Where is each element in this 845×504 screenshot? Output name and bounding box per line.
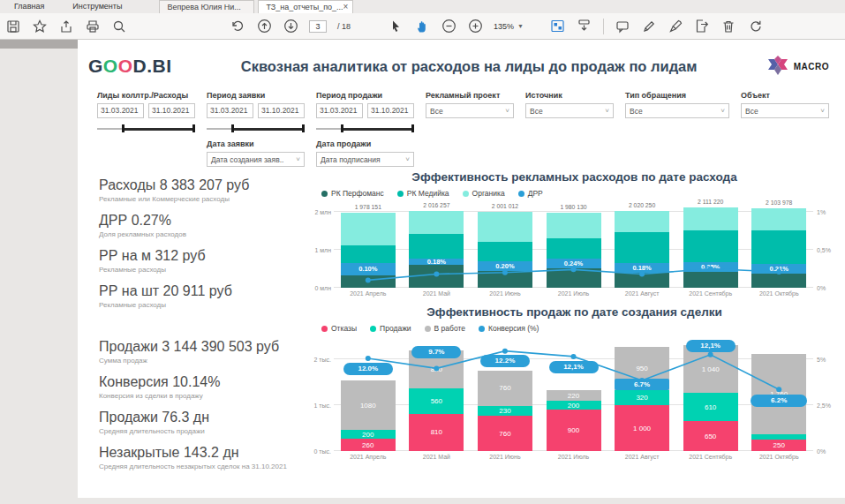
comment-icon[interactable] xyxy=(615,19,630,34)
stacked-bar[interactable]: 0.18% xyxy=(615,211,669,288)
search-icon[interactable] xyxy=(111,19,127,34)
stacked-bar[interactable]: 810560830 xyxy=(409,350,464,451)
legend-item[interactable]: Отказы xyxy=(321,324,357,333)
date-from-input[interactable]: 31.03.2021 xyxy=(97,103,144,118)
bar-segment[interactable]: 650 xyxy=(683,421,738,451)
zoom-out-icon[interactable] xyxy=(441,19,456,34)
bar-segment[interactable]: 560 xyxy=(409,388,464,414)
sale-date-select[interactable]: Дата подписания ˅ xyxy=(316,152,414,167)
page-display-icon[interactable] xyxy=(577,19,592,34)
highlight-icon[interactable] xyxy=(641,19,657,34)
trash-icon[interactable] xyxy=(721,19,736,34)
sidebar-handle[interactable] xyxy=(0,40,78,49)
bar-segment[interactable]: 900 xyxy=(547,410,601,451)
stacked-bar[interactable]: 760230760 xyxy=(478,371,532,451)
bar-segment[interactable]: 0.10% xyxy=(341,263,396,275)
ad-project-select[interactable]: Все ˅ xyxy=(426,103,514,118)
export-icon[interactable] xyxy=(694,19,710,34)
legend-item[interactable]: РК Перфоманс xyxy=(321,189,384,198)
date-from-input[interactable]: 31.03.2021 xyxy=(316,103,363,118)
stacked-bar[interactable]: 900200220 xyxy=(547,390,601,451)
bar-segment[interactable] xyxy=(478,242,532,261)
date-to-input[interactable]: 31.10.2021 xyxy=(148,103,195,118)
bar-segment[interactable] xyxy=(341,275,396,288)
page-number-input[interactable]: 3 xyxy=(309,20,327,33)
bar-segment[interactable] xyxy=(341,213,396,245)
bar-segment[interactable]: 250 xyxy=(751,440,806,451)
stacked-bar[interactable]: 6506101 040 xyxy=(683,345,738,451)
bar-segment[interactable]: 320 xyxy=(615,390,669,405)
bar-segment[interactable] xyxy=(683,230,738,262)
bar-segment[interactable] xyxy=(751,208,806,230)
share-icon[interactable] xyxy=(58,19,74,34)
date-range-slider[interactable] xyxy=(207,124,305,132)
bar-segment[interactable] xyxy=(341,245,396,263)
print-icon[interactable] xyxy=(85,19,101,34)
bar-segment[interactable]: 230 xyxy=(478,406,532,417)
source-select[interactable]: Все ˅ xyxy=(525,103,614,118)
fit-page-icon[interactable] xyxy=(550,19,566,34)
close-icon[interactable]: × xyxy=(343,1,349,13)
stacked-bar[interactable]: 0.10% xyxy=(341,213,396,288)
date-from-input[interactable]: 31.03.2021 xyxy=(207,103,253,118)
bar-segment[interactable]: 0.18% xyxy=(615,263,669,272)
bar-segment[interactable] xyxy=(547,213,601,238)
bar-segment[interactable] xyxy=(751,274,806,288)
next-page-icon[interactable] xyxy=(283,19,298,34)
request-type-select[interactable]: Все ˅ xyxy=(625,103,729,118)
bar-segment[interactable]: 0.21% xyxy=(751,264,806,274)
bar-segment[interactable]: 200 xyxy=(547,401,601,410)
bar-segment[interactable] xyxy=(547,238,601,259)
tab-home[interactable]: Главная xyxy=(0,0,58,13)
zoom-level-dropdown[interactable]: 135% ▼ xyxy=(494,22,524,31)
bar-segment[interactable]: 610 xyxy=(683,393,738,421)
date-range-slider[interactable] xyxy=(97,124,195,132)
save-icon[interactable] xyxy=(5,19,21,34)
stacked-bar[interactable]: 0.18% xyxy=(409,211,464,288)
bar-segment[interactable]: 1 000 xyxy=(615,405,669,451)
stacked-bar[interactable]: 0.25% xyxy=(683,207,738,288)
legend-item[interactable]: Конверсия (%) xyxy=(479,324,539,333)
hand-tool-icon[interactable] xyxy=(414,19,430,34)
bar-segment[interactable] xyxy=(751,230,806,264)
legend-item[interactable]: ДРР xyxy=(518,189,543,198)
bar-segment[interactable] xyxy=(478,212,532,242)
bar-segment[interactable] xyxy=(615,232,669,263)
stacked-bar[interactable]: 0.20% xyxy=(478,212,532,288)
bar-segment[interactable]: 0.24% xyxy=(547,259,601,268)
bar-segment[interactable]: 0.18% xyxy=(409,259,464,265)
legend-item[interactable]: В работе xyxy=(425,324,465,333)
zoom-in-icon[interactable] xyxy=(467,19,483,34)
bar-segment[interactable] xyxy=(683,272,738,288)
bar-segment[interactable]: 200 xyxy=(341,430,396,439)
bar-segment[interactable]: 0.25% xyxy=(683,262,738,272)
request-date-select[interactable]: Дата создания заяв.. ˅ xyxy=(207,152,305,167)
bar-segment[interactable]: 1 040 xyxy=(683,345,738,393)
star-icon[interactable] xyxy=(32,19,48,34)
select-tool-icon[interactable] xyxy=(388,19,404,34)
bar-segment[interactable] xyxy=(683,207,738,229)
stacked-bar[interactable]: 0.24% xyxy=(547,213,601,288)
bar-segment[interactable] xyxy=(409,234,464,259)
tab-tools[interactable]: Инструменты xyxy=(58,0,136,13)
legend-item[interactable]: РК Медийка xyxy=(397,189,449,198)
legend-item[interactable]: Продажи xyxy=(370,324,411,333)
bar-segment[interactable]: 220 xyxy=(547,390,601,400)
object-select[interactable]: Все ˅ xyxy=(741,103,829,118)
stacked-bar[interactable]: 2602001080 xyxy=(341,380,396,451)
bar-segment[interactable]: 0.20% xyxy=(478,261,532,271)
stacked-bar[interactable]: 0.21% xyxy=(751,208,806,288)
stacked-bar[interactable]: 1 000320950 xyxy=(615,347,669,451)
date-to-input[interactable]: 31.10.2021 xyxy=(367,103,414,118)
undo-icon[interactable] xyxy=(230,19,245,34)
bar-segment[interactable] xyxy=(547,268,601,288)
bar-segment[interactable] xyxy=(615,273,669,288)
tab-document-active[interactable]: ТЗ_на_отчеты_по_... × xyxy=(258,0,353,13)
date-range-slider[interactable] xyxy=(316,124,414,132)
sign-icon[interactable] xyxy=(668,19,683,34)
tab-document-inactive[interactable]: Вепрева Юлия Ни... xyxy=(159,0,254,13)
bar-segment[interactable]: 760 xyxy=(478,416,532,451)
bar-segment[interactable]: 810 xyxy=(409,414,464,451)
date-to-input[interactable]: 31.10.2021 xyxy=(258,103,305,118)
bar-segment[interactable]: 260 xyxy=(341,439,396,451)
